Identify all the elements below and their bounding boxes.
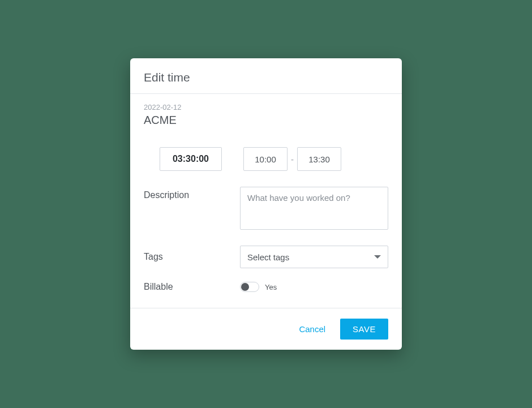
description-label: Description	[144, 187, 240, 200]
description-control	[240, 187, 388, 232]
dialog-header: Edit time	[130, 58, 402, 94]
billable-wrap: Yes	[240, 282, 388, 292]
entry-date: 2022-02-12	[144, 103, 388, 111]
billable-row: Billable Yes	[144, 282, 388, 292]
dialog-footer: Cancel SAVE	[130, 308, 402, 350]
description-row: Description	[144, 187, 388, 232]
dialog-body: 2022-02-12 ACME - Description Tags Selec…	[130, 94, 402, 308]
billable-value-label: Yes	[265, 283, 277, 291]
chevron-down-icon	[374, 255, 381, 259]
tags-placeholder: Select tags	[247, 252, 289, 262]
time-separator: -	[288, 154, 297, 164]
toggle-knob	[241, 283, 249, 291]
project-name: ACME	[144, 114, 388, 127]
save-button[interactable]: SAVE	[340, 319, 388, 340]
description-input[interactable]	[240, 187, 388, 230]
billable-toggle[interactable]	[240, 282, 259, 292]
edit-time-dialog: Edit time 2022-02-12 ACME - Description …	[130, 58, 402, 350]
start-time-input[interactable]	[243, 147, 288, 171]
tags-label: Tags	[144, 252, 240, 262]
billable-label: Billable	[144, 282, 240, 292]
tags-row: Tags Select tags	[144, 246, 388, 268]
billable-control: Yes	[240, 282, 388, 292]
end-time-input[interactable]	[297, 147, 341, 171]
duration-input[interactable]	[160, 147, 222, 171]
time-row: -	[144, 147, 388, 171]
tags-select[interactable]: Select tags	[240, 246, 388, 268]
tags-control: Select tags	[240, 246, 388, 268]
dialog-title: Edit time	[144, 71, 388, 84]
cancel-button[interactable]: Cancel	[297, 320, 328, 338]
